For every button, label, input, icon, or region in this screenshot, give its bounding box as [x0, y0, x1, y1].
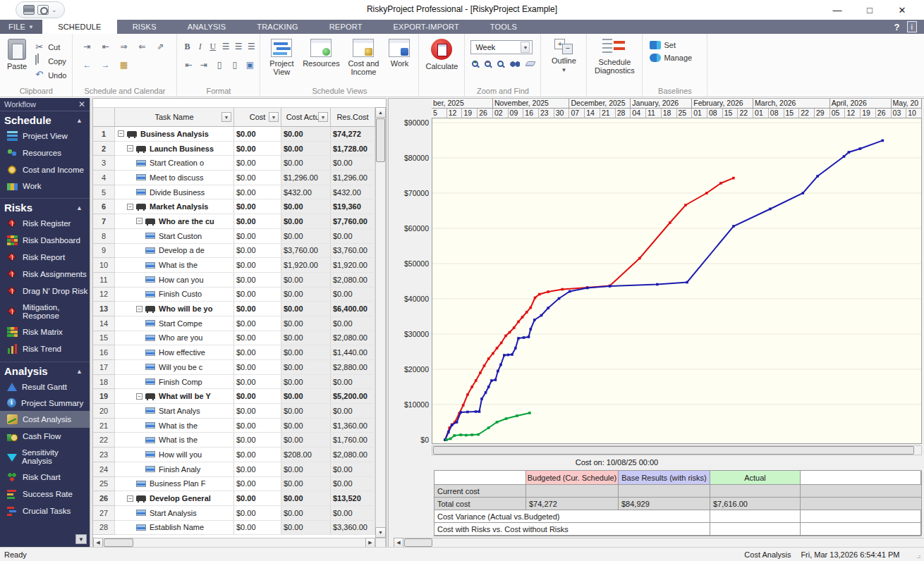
res-cost-cell[interactable]: $0.00 — [331, 288, 375, 302]
cost-actual-cell[interactable]: $0.00 — [281, 521, 331, 535]
outdent-task-icon[interactable]: ⇐ — [135, 40, 149, 53]
task-name-cell[interactable]: What is the — [115, 419, 234, 433]
filter-chevron-icon[interactable]: ▼ — [318, 112, 328, 122]
zoom-reset-icon[interactable] — [497, 61, 504, 67]
sidebar-item-risk-register[interactable]: Risk Register — [0, 215, 90, 232]
table-row[interactable]: 14Start Compe$0.00$0.00$0.00 — [93, 316, 375, 331]
manage-baseline-button[interactable]: Manage — [648, 53, 703, 63]
cost-cell[interactable]: $0.00 — [234, 521, 281, 535]
table-row[interactable]: 21What is the$0.00$0.00$1,360.00 — [93, 419, 375, 433]
cost-actual-cell[interactable]: $0.00 — [281, 389, 331, 403]
link-tasks-icon[interactable]: ⇥ — [80, 40, 94, 53]
find-icon[interactable] — [510, 60, 520, 67]
table-scroll-right-icon[interactable]: ▶ — [365, 538, 375, 548]
help-icon[interactable]: ? — [894, 22, 900, 32]
sidebar-item-cash-flow[interactable]: Cash Flow — [0, 428, 90, 445]
chart-bottom-hscrollbar[interactable] — [394, 538, 924, 548]
clear-icon[interactable] — [525, 61, 536, 66]
cost-actual-cell[interactable]: $0.00 — [281, 477, 331, 491]
table-row[interactable]: 2−Launch Business$0.00$0.00$1,728.00 — [93, 142, 375, 156]
cost-cell[interactable]: $0.00 — [234, 345, 281, 359]
cost-actual-cell[interactable]: $0.00 — [281, 433, 331, 447]
indent-task-icon[interactable]: ⇒ — [116, 40, 130, 53]
cost-cell[interactable]: $0.00 — [234, 171, 281, 185]
tab-report[interactable]: REPORT — [314, 20, 378, 34]
copy-button[interactable]: Copy — [32, 55, 68, 68]
calendar-icon[interactable]: ▦ — [116, 58, 130, 71]
res-cost-cell[interactable]: $0.00 — [331, 229, 375, 243]
task-name-cell[interactable]: Finish Analy — [115, 462, 234, 476]
table-row[interactable]: 3Start Creation o$0.00$0.00$0.00 — [93, 156, 375, 171]
table-scroll-down-icon[interactable]: ▼ — [375, 527, 386, 538]
align-left-icon[interactable]: ☰ — [221, 40, 230, 53]
task-name-cell[interactable]: How effective — [115, 345, 234, 359]
cost-cell[interactable]: $0.00 — [234, 448, 281, 462]
sidebar-item-success-rate[interactable]: Success Rate — [0, 486, 90, 503]
chart-plot-area[interactable] — [432, 118, 922, 444]
res-cost-cell[interactable]: $2,080.00 — [331, 273, 375, 287]
collapse-box-icon[interactable]: − — [136, 393, 142, 400]
unlink-tasks-icon[interactable]: ⇤ — [98, 40, 112, 53]
task-name-cell[interactable]: Start Creation o — [115, 156, 234, 170]
sidebar-item-project-summary[interactable]: Project Summary — [0, 395, 90, 411]
table-hscroll-thumb[interactable] — [104, 538, 133, 547]
table-vscrollbar[interactable] — [375, 107, 386, 538]
cost-cell[interactable]: $0.00 — [234, 389, 281, 403]
picture-icon[interactable]: ▣ — [245, 58, 256, 71]
cost-cell[interactable]: $0.00 — [234, 360, 281, 374]
cost-cell[interactable]: $0.00 — [234, 127, 281, 141]
res-cost-cell[interactable]: $1,440.00 — [331, 345, 375, 359]
table-row[interactable]: 5Divide Business$0.00$432.00$432.00 — [93, 185, 375, 200]
sidebar-item-result-gantt[interactable]: Result Gantt — [0, 378, 90, 395]
table-row[interactable]: 22What is the$0.00$0.00$1,760.00 — [93, 433, 375, 448]
cost-actual-cell[interactable]: $0.00 — [281, 360, 331, 374]
cost-actual-cell[interactable]: $0.00 — [281, 345, 331, 359]
schedule-diagnostics-button[interactable]: Schedule Diagnostics — [591, 37, 638, 76]
res-cost-cell[interactable]: $0.00 — [331, 156, 375, 170]
table-row[interactable]: 19−What will be Y$0.00$0.00$5,200.00 — [93, 389, 375, 404]
sidebar-item-mitigation[interactable]: Mitigation, Response — [0, 300, 90, 323]
task-name-cell[interactable]: Finish Custo — [115, 288, 234, 302]
underline-button[interactable]: U — [209, 40, 217, 53]
cost-income-button[interactable]: Cost and Income — [344, 37, 383, 85]
close-button[interactable]: ✕ — [886, 0, 918, 20]
sidebar-item-work[interactable]: Work — [0, 178, 90, 194]
cost-actual-cell[interactable]: $0.00 — [281, 127, 331, 141]
collapse-box-icon[interactable]: − — [136, 218, 142, 224]
sidebar-item-resources[interactable]: Resources — [0, 144, 90, 161]
row-outdent-icon[interactable]: ⇥ — [198, 58, 209, 71]
task-name-cell[interactable]: Start Custon — [115, 229, 234, 243]
sidebar-item-risk-matrix[interactable]: Risk Matrix — [0, 323, 90, 340]
res-cost-cell[interactable]: $1,360.00 — [331, 419, 375, 433]
table-row[interactable]: 4Meet to discuss$0.00$1,296.00$1,296.00 — [93, 171, 375, 185]
work-button[interactable]: Work — [384, 37, 414, 85]
table-scroll-up-icon[interactable]: ▲ — [375, 107, 386, 118]
tab-export-import[interactable]: EXPORT-IMPORT — [378, 20, 475, 34]
paste-button[interactable]: Paste — [4, 37, 30, 85]
column-right-icon[interactable]: ▯ — [229, 58, 241, 71]
task-name-cell[interactable]: Divide Business — [115, 185, 234, 199]
table-row[interactable]: 25Business Plan F$0.00$0.00$0.00 — [93, 477, 375, 492]
sidebar-item-sensitivity[interactable]: Sensitivity Analysis — [0, 445, 90, 469]
table-row[interactable]: 24Finish Analy$0.00$0.00$0.00 — [93, 462, 375, 477]
cost-actual-cell[interactable]: $0.00 — [281, 462, 331, 476]
tab-schedule[interactable]: SCHEDULE — [42, 20, 117, 34]
cost-actual-cell[interactable]: $0.00 — [281, 302, 331, 316]
res-cost-cell[interactable]: $13,520 — [331, 491, 375, 505]
project-view-button[interactable]: Project View — [265, 37, 298, 85]
task-name-cell[interactable]: How can you — [115, 273, 234, 287]
sidebar-item-project-view[interactable]: Project View — [0, 128, 90, 144]
table-row[interactable]: 6−Market Analysis$0.00$0.00$19,360 — [93, 199, 375, 214]
collapse-box-icon[interactable]: − — [127, 204, 133, 210]
task-name-cell[interactable]: How will you — [115, 448, 234, 462]
res-cost-cell[interactable]: $1,728.00 — [331, 142, 375, 156]
task-name-cell[interactable]: Who are you — [115, 331, 234, 345]
res-cost-cell[interactable]: $0.00 — [331, 462, 375, 476]
table-vscroll-thumb[interactable] — [376, 118, 385, 162]
task-name-cell[interactable]: Meet to discuss — [115, 171, 234, 185]
tab-file[interactable]: FILE▼ — [0, 20, 42, 34]
tab-analysis[interactable]: ANALYSIS — [172, 20, 242, 34]
chart-hscroll-thumb[interactable] — [404, 538, 432, 547]
table-row[interactable]: 26−Develop General$0.00$0.00$13,520 — [93, 491, 375, 506]
table-row[interactable]: 8Start Custon$0.00$0.00$0.00 — [93, 229, 375, 244]
